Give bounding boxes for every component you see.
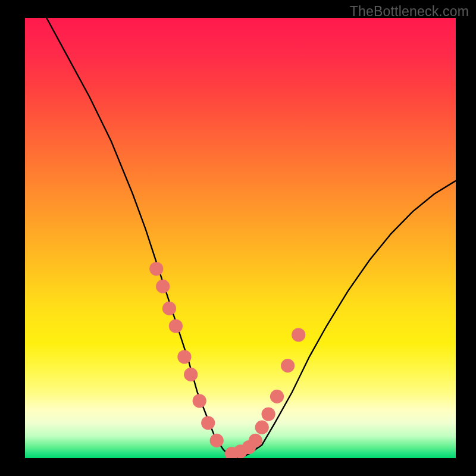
plot-area <box>25 18 456 458</box>
data-point <box>149 262 163 275</box>
data-point <box>156 280 170 293</box>
data-point <box>193 394 206 408</box>
marker-layer <box>149 262 305 458</box>
chart-frame: TheBottleneck.com <box>0 0 476 476</box>
data-point <box>177 350 191 364</box>
data-point <box>292 328 305 342</box>
data-point <box>281 359 295 372</box>
data-point <box>262 407 275 421</box>
data-point <box>249 434 262 447</box>
bottleneck-curve <box>46 18 456 458</box>
data-point <box>270 390 284 403</box>
data-point <box>162 302 176 315</box>
data-point <box>210 434 224 447</box>
watermark-text: TheBottleneck.com <box>350 4 469 20</box>
chart-svg <box>25 18 456 458</box>
data-point <box>184 368 198 381</box>
data-point <box>255 421 269 434</box>
data-point <box>169 319 183 333</box>
data-point <box>201 416 215 430</box>
